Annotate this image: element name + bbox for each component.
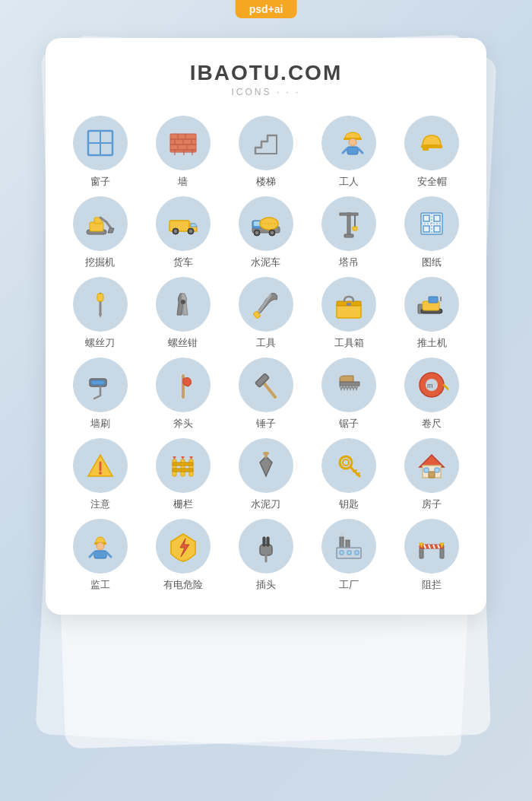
svg-rect-44 — [340, 213, 358, 215]
svg-point-82 — [99, 472, 102, 475]
svg-rect-23 — [423, 148, 429, 151]
svg-rect-66 — [429, 297, 438, 303]
icon-item-supervisor: 监工 — [73, 519, 128, 592]
icon-label-roller: 墙刷 — [90, 417, 110, 431]
svg-rect-71 — [91, 380, 105, 385]
svg-line-73 — [263, 382, 275, 397]
icon-label-toolbox: 工具箱 — [334, 336, 364, 350]
icon-item-cement-truck: 水泥车 — [239, 196, 293, 269]
icon-label-wall: 墙 — [178, 175, 188, 189]
icon-circle-worker — [321, 116, 376, 170]
svg-rect-121 — [420, 548, 423, 558]
icon-item-toolbox: 工具箱 — [321, 277, 376, 350]
svg-rect-117 — [347, 551, 351, 555]
svg-point-119 — [340, 534, 343, 537]
icon-label-axe: 斧头 — [173, 417, 193, 431]
svg-rect-122 — [440, 548, 444, 558]
icon-label-factory: 工厂 — [339, 578, 359, 592]
icon-circle-screwdriver — [73, 277, 128, 332]
icon-circle-bulldozer — [404, 277, 459, 332]
icon-item-wall: 墙 — [156, 116, 211, 189]
icon-item-window: 窗子 — [73, 116, 128, 189]
icon-circle-roller — [73, 358, 128, 412]
icon-item-bulldozer: 推土机 — [404, 277, 459, 350]
icon-item-electric-danger: 有电危险 — [156, 519, 211, 592]
svg-rect-100 — [429, 472, 435, 478]
icon-circle-barrier — [404, 519, 459, 574]
icon-item-blueprint: 图纸 — [404, 196, 459, 269]
icon-item-key: 钥匙 — [321, 438, 376, 511]
svg-rect-84 — [181, 459, 185, 476]
icon-item-factory: 工厂 — [321, 519, 376, 592]
icon-label-house: 房子 — [422, 497, 442, 511]
icons-grid: 窗子 — [61, 116, 471, 592]
svg-rect-111 — [267, 537, 269, 546]
icon-circle-factory — [321, 519, 376, 574]
svg-point-94 — [343, 459, 349, 466]
icon-label-pliers: 螺丝钳 — [168, 336, 198, 350]
svg-rect-46 — [353, 227, 357, 230]
icon-item-pliers: 螺丝钳 — [156, 277, 211, 350]
svg-rect-47 — [344, 234, 353, 237]
svg-rect-85 — [189, 459, 193, 476]
icon-label-barrier: 阻拦 — [422, 578, 442, 592]
svg-point-33 — [189, 230, 192, 233]
main-card: IBAOTU.COM ICONS · · · 窗子 — [46, 38, 486, 615]
svg-rect-102 — [435, 468, 439, 472]
icon-circle-axe — [156, 358, 211, 412]
svg-point-18 — [349, 138, 356, 146]
svg-point-120 — [346, 537, 349, 540]
icon-item-barrier: 阻拦 — [404, 519, 459, 592]
icon-label-saw: 锯子 — [339, 417, 359, 431]
svg-line-106 — [90, 552, 94, 557]
svg-rect-110 — [263, 537, 265, 546]
icon-circle-trowel — [239, 438, 293, 493]
icon-item-roller: 墙刷 — [73, 358, 128, 431]
icon-item-warning: 注意 — [73, 438, 128, 511]
svg-line-21 — [358, 148, 363, 153]
icon-circle-window — [73, 116, 128, 170]
icon-label-tools: 工具 — [256, 336, 276, 350]
svg-line-28 — [106, 222, 111, 228]
svg-rect-123 — [420, 545, 444, 548]
icon-label-warning: 注意 — [90, 497, 110, 511]
icon-item-tools: 工具 — [239, 277, 293, 350]
icon-circle-hammer — [239, 358, 293, 412]
icon-label-tape: 卷尺 — [422, 417, 442, 431]
icon-circle-blueprint — [404, 196, 459, 251]
icon-label-stairs: 楼梯 — [256, 175, 276, 189]
svg-marker-90 — [189, 456, 193, 459]
icon-circle-electric-danger — [156, 519, 211, 574]
icon-circle-crane — [321, 196, 376, 251]
svg-point-104 — [97, 542, 104, 550]
svg-rect-87 — [173, 469, 193, 472]
card-title: IBAOTU.COM — [61, 61, 471, 85]
icon-circle-fence — [156, 438, 211, 493]
icon-circle-truck — [156, 196, 211, 251]
svg-rect-92 — [263, 452, 269, 455]
icon-circle-tools — [239, 277, 293, 332]
svg-point-40 — [255, 231, 258, 234]
svg-rect-101 — [424, 468, 429, 472]
icon-label-key: 钥匙 — [339, 497, 359, 511]
icon-item-plug: 插头 — [239, 519, 293, 592]
icon-label-supervisor: 监工 — [90, 578, 110, 592]
icon-circle-pliers — [156, 277, 211, 332]
icon-circle-helmet — [404, 116, 459, 170]
icon-item-screwdriver: 螺丝刀 — [73, 277, 128, 350]
icon-item-hammer: 锤子 — [239, 358, 293, 431]
icon-item-crane: 塔吊 — [321, 196, 376, 269]
svg-text:m: m — [427, 382, 433, 389]
icon-item-fence: 栅栏 — [156, 438, 211, 511]
icon-item-saw: 锯子 — [321, 358, 376, 431]
svg-rect-86 — [173, 462, 193, 466]
icon-label-screwdriver: 螺丝刀 — [85, 336, 115, 350]
icon-circle-house — [404, 438, 459, 493]
svg-line-107 — [106, 552, 111, 557]
icon-item-axe: 斧头 — [156, 358, 211, 431]
icon-circle-stairs — [239, 116, 293, 170]
svg-rect-62 — [347, 303, 351, 306]
icon-item-trowel: 水泥刀 — [239, 438, 293, 511]
svg-line-58 — [257, 295, 271, 315]
icon-label-hammer: 锤子 — [256, 417, 276, 431]
